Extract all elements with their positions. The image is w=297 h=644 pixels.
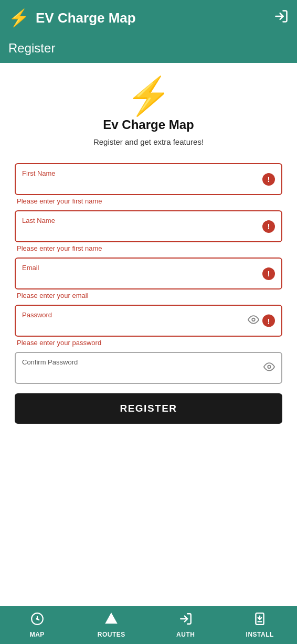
first-name-input[interactable] <box>22 179 258 189</box>
login-icon[interactable] <box>274 9 289 27</box>
confirm-password-wrapper: Confirm Password <box>15 352 282 384</box>
last-name-icon-area: ! <box>262 220 275 233</box>
install-nav-icon <box>253 612 267 629</box>
register-form: First Name ! Please enter your first nam… <box>15 163 282 424</box>
svg-marker-7 <box>105 613 117 624</box>
first-name-error-icon: ! <box>262 173 275 186</box>
password-icon-area: ! <box>248 314 275 328</box>
password-error-icon: ! <box>262 315 275 327</box>
confirm-password-eye-icon[interactable] <box>263 361 275 375</box>
first-name-icon-area: ! <box>262 173 275 186</box>
big-lightning-icon: ⚡ <box>126 78 172 114</box>
last-name-error: Please enter your first name <box>15 244 282 252</box>
confirm-password-icon-area <box>263 361 275 375</box>
password-error: Please enter your password <box>15 339 282 347</box>
app-name: Ev Charge Map <box>103 117 194 132</box>
last-name-wrapper: Last Name ! <box>15 210 282 242</box>
nav-item-install[interactable]: INSTALL <box>223 612 298 638</box>
app-title: EV Charge Map <box>36 10 136 26</box>
svg-point-1 <box>252 318 255 321</box>
confirm-password-input[interactable] <box>22 368 258 378</box>
map-nav-icon <box>30 612 44 629</box>
main-content: ⚡ Ev Charge Map Register and get extra f… <box>0 63 297 606</box>
last-name-group: Last Name ! Please enter your first name <box>15 210 282 252</box>
first-name-wrapper: First Name ! <box>15 163 282 195</box>
auth-nav-icon <box>179 612 193 629</box>
password-eye-icon[interactable] <box>248 314 259 328</box>
nav-item-routes[interactable]: ROUTES <box>75 612 149 638</box>
first-name-error: Please enter your first name <box>15 197 282 205</box>
tagline: Register and get extra features! <box>93 137 204 146</box>
last-name-error-icon: ! <box>262 220 275 233</box>
page-title-bar: Register <box>0 36 297 63</box>
nav-item-map[interactable]: MAP <box>0 612 75 638</box>
nav-label-routes: ROUTES <box>98 631 125 638</box>
password-label: Password <box>22 311 242 319</box>
email-icon-area: ! <box>262 267 275 280</box>
lightning-icon: ⚡ <box>8 8 29 28</box>
app-bar: ⚡ EV Charge Map <box>0 0 297 36</box>
svg-point-2 <box>268 365 271 368</box>
password-input[interactable] <box>22 321 242 330</box>
email-group: Email ! Please enter your email <box>15 257 282 299</box>
password-wrapper: Password ! <box>15 305 282 337</box>
email-error: Please enter your email <box>15 292 282 299</box>
nav-label-install: INSTALL <box>246 631 274 638</box>
nav-label-auth: AUTH <box>176 631 195 638</box>
register-button[interactable]: REGISTER <box>15 393 282 424</box>
svg-point-6 <box>37 618 38 619</box>
email-wrapper: Email ! <box>15 257 282 289</box>
page-title: Register <box>8 41 55 55</box>
bottom-nav: MAP ROUTES AUTH INSTALL <box>0 606 297 644</box>
logo-section: ⚡ Ev Charge Map Register and get extra f… <box>93 78 204 158</box>
first-name-group: First Name ! Please enter your first nam… <box>15 163 282 205</box>
email-label: Email <box>22 264 258 272</box>
nav-item-auth[interactable]: AUTH <box>148 612 223 638</box>
confirm-password-label: Confirm Password <box>22 358 258 366</box>
routes-nav-icon <box>104 612 118 629</box>
last-name-label: Last Name <box>22 217 258 224</box>
confirm-password-group: Confirm Password <box>15 352 282 384</box>
email-input[interactable] <box>22 274 258 283</box>
password-group: Password ! Please enter your password <box>15 305 282 347</box>
last-name-input[interactable] <box>22 227 258 236</box>
app-bar-left: ⚡ EV Charge Map <box>8 8 136 28</box>
first-name-label: First Name <box>22 169 258 177</box>
nav-label-map: MAP <box>30 631 45 638</box>
email-error-icon: ! <box>262 267 275 280</box>
